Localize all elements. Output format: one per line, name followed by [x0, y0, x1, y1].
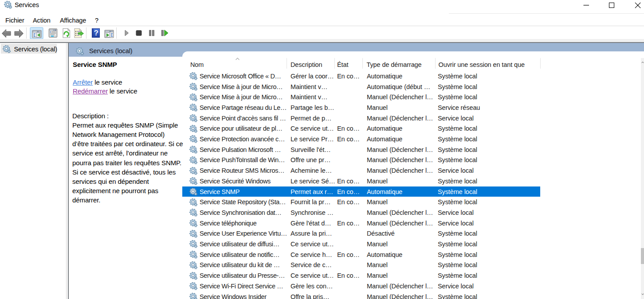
svg-text:?: ? — [94, 29, 98, 37]
